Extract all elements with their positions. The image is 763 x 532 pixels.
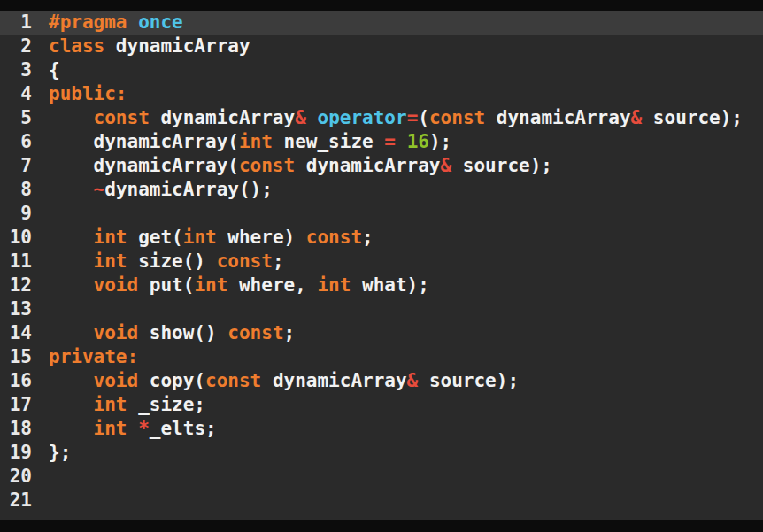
token-plain [127, 418, 139, 439]
code-line[interactable]: 10 int get(int where) const; [0, 226, 763, 250]
token-plain: ; [362, 227, 374, 248]
token-plain: dynamicArray [295, 155, 440, 176]
line-number: 12 [0, 274, 39, 297]
token-plain [306, 107, 318, 128]
line-number: 6 [0, 130, 39, 154]
token-plain [396, 131, 407, 152]
token-plain: dynamicArray [485, 107, 630, 128]
token-plain: source); [418, 370, 519, 391]
token-keyword: private: [49, 346, 138, 367]
code-text: class dynamicArray [39, 35, 763, 58]
token-keyword: void [94, 274, 139, 296]
token-operator: & [441, 155, 452, 176]
code-line[interactable]: 4public: [0, 82, 763, 106]
code-text: public: [39, 82, 763, 106]
token-plain [49, 322, 94, 343]
code-line[interactable]: 19}; [0, 441, 763, 465]
code-line[interactable]: 8 ~dynamicArray(); [0, 178, 763, 202]
line-number: 11 [0, 250, 39, 274]
code-text: void put(int where, int what); [39, 274, 763, 297]
code-line[interactable]: 2class dynamicArray [0, 35, 763, 58]
token-plain [49, 107, 94, 128]
line-number: 14 [0, 321, 39, 345]
line-number: 4 [0, 82, 39, 106]
token-plain: ( [418, 107, 429, 128]
token-plain [49, 251, 94, 272]
token-keyword: const [217, 251, 273, 272]
token-plain [49, 394, 94, 415]
token-keyword: void [94, 370, 139, 391]
token-plain: ); [429, 131, 451, 152]
code-line[interactable]: 6 dynamicArray(int new_size = 16); [0, 130, 763, 154]
token-plain: source); [642, 107, 743, 128]
code-editor-area[interactable]: 1#pragma once2class dynamicArray3{4publi… [0, 11, 763, 520]
code-text: private: [39, 345, 763, 369]
token-keyword: public: [49, 83, 127, 104]
code-line[interactable]: 15private: [0, 345, 763, 369]
line-number: 7 [0, 154, 39, 178]
token-plain: show() [138, 322, 227, 343]
token-keyword: const [94, 107, 150, 128]
token-plain: }; [49, 442, 71, 463]
code-line[interactable]: 20 [0, 465, 763, 489]
line-number: 9 [0, 202, 39, 226]
token-plain: ; [273, 251, 284, 272]
token-keyword: const [306, 227, 362, 248]
code-line[interactable]: 14 void show() const; [0, 321, 763, 345]
line-number: 3 [0, 58, 39, 82]
window-top-bar [0, 0, 763, 11]
code-text: int *_elts; [39, 417, 763, 441]
token-plain [49, 227, 94, 248]
token-keyword: int [183, 227, 217, 248]
token-plain: size() [127, 251, 217, 272]
code-line[interactable]: 12 void put(int where, int what); [0, 274, 763, 297]
token-plain: ; [284, 322, 296, 343]
token-plain: what); [351, 274, 429, 296]
code-text: dynamicArray(const dynamicArray& source)… [39, 154, 763, 178]
code-line[interactable]: 7 dynamicArray(const dynamicArray& sourc… [0, 154, 763, 178]
token-plain: dynamicArray [261, 370, 406, 391]
token-number: 16 [407, 131, 429, 152]
code-line[interactable]: 16 void copy(const dynamicArray& source)… [0, 369, 763, 393]
token-keyword: int [94, 418, 127, 439]
code-line[interactable]: 1#pragma once [0, 11, 763, 35]
code-text: { [39, 58, 763, 82]
code-line[interactable]: 3{ [0, 58, 763, 82]
token-plain [49, 179, 94, 200]
code-line[interactable]: 18 int *_elts; [0, 417, 763, 441]
token-keyword: class [49, 35, 104, 57]
token-plain: dynamicArray( [49, 155, 239, 176]
token-operator: & [295, 107, 306, 128]
code-text: void show() const; [39, 321, 763, 345]
token-plain: where) [217, 227, 306, 248]
code-line[interactable]: 13 [0, 297, 763, 321]
token-plain: copy( [138, 370, 205, 391]
code-line[interactable]: 17 int _size; [0, 393, 763, 417]
code-line[interactable]: 11 int size() const; [0, 250, 763, 274]
code-text: void copy(const dynamicArray& source); [39, 369, 763, 393]
token-keyword: int [94, 251, 127, 272]
token-keyword: int [317, 274, 351, 296]
code-line[interactable]: 21 [0, 489, 763, 513]
line-number: 15 [0, 345, 39, 369]
token-plain: where, [227, 274, 317, 296]
token-plain: _size; [127, 394, 206, 415]
code-text: int size() const; [39, 250, 763, 274]
token-plain [49, 370, 94, 391]
token-plain: dynamicArray( [49, 131, 239, 152]
code-lines: 1#pragma once2class dynamicArray3{4publi… [0, 11, 763, 513]
token-operator: = [407, 107, 419, 128]
token-plain [49, 418, 94, 439]
token-support: operator [317, 107, 406, 128]
token-operator: ~ [94, 179, 105, 200]
token-plain: dynamicArray [104, 35, 250, 57]
token-keyword: const [227, 322, 283, 343]
line-number: 17 [0, 393, 39, 417]
code-line[interactable]: 9 [0, 202, 763, 226]
line-number: 21 [0, 489, 39, 513]
code-line[interactable]: 5 const dynamicArray& operator=(const dy… [0, 106, 763, 130]
line-number: 1 [0, 11, 39, 35]
line-number: 8 [0, 178, 39, 202]
code-text [39, 297, 763, 321]
line-number: 5 [0, 106, 39, 130]
